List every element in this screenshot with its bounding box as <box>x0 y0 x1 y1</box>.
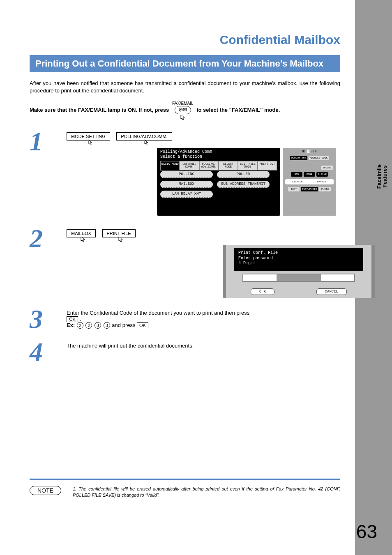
tab-edit-file-mode[interactable]: EDIT FILE MODE <box>238 161 257 170</box>
note-text: 1. The confidential file will be erased … <box>73 486 340 498</box>
tab-select-mode[interactable]: SELECT MODE <box>219 161 238 170</box>
step-number-2: 2 <box>30 227 67 298</box>
text-button[interactable]: TEXT <box>288 187 300 191</box>
mailbox-button[interactable]: MAILBOX <box>67 229 96 237</box>
page-bar-title: Printing Out a Confidential Document fro… <box>30 55 340 72</box>
digit-3a[interactable]: 3 <box>95 322 101 329</box>
polling-adv-panel: Polling/Advanced Comm Select a function … <box>157 148 338 218</box>
panel2-ok-button[interactable]: O K <box>251 288 274 295</box>
panel2-cancel-button[interactable]: CANCEL <box>316 288 347 295</box>
and-press-text: and press <box>112 322 137 328</box>
modeline-post: to select the "FAX/EMAIL" mode. <box>196 107 280 113</box>
panel1-title2: Select a function <box>160 154 277 159</box>
textphoto-button[interactable]: TEXT/PHOTO <box>301 187 318 191</box>
tab-basic-menu[interactable]: BASIC MENU <box>160 161 180 170</box>
polling-advcomm-button[interactable]: POLLING/ADV.COMM. <box>116 132 172 140</box>
faxemail-small-label: FAX/EMAIL <box>172 101 194 106</box>
step3-text-a: Enter the Confidential Code of the docum… <box>67 310 249 316</box>
ok-key-2[interactable]: OK <box>137 322 148 328</box>
fax-email-button[interactable] <box>175 106 191 114</box>
fine-button[interactable]: FINE <box>304 172 315 177</box>
step-number-4: 4 <box>30 340 67 364</box>
sfine-button[interactable]: S-FINE <box>316 172 328 177</box>
tab-print-out[interactable]: PRINT OUT <box>258 161 277 170</box>
right-settings-panel: ⊞ 📄 ◁━▷ MEMORY XMT ADDRESS BOOK 600dpi <box>283 148 336 216</box>
print-conf-file-panel: Print Conf. File Enter password 4 Digit … <box>223 245 375 298</box>
softkey-polling[interactable]: POLLING <box>160 171 213 178</box>
panel2-l2: Enter password <box>238 256 359 261</box>
mode-instruction: Make sure that the FAX/EMAIL lamp is ON.… <box>30 100 340 121</box>
modeline-pre: Make sure that the FAX/EMAIL lamp is ON.… <box>30 107 169 113</box>
side-tab: Facsimile Features <box>376 164 388 189</box>
panel1-title1: Polling/Advanced Comm <box>160 150 277 154</box>
softkey-polled[interactable]: POLLED <box>217 171 270 178</box>
digit-2a[interactable]: 2 <box>77 322 83 329</box>
mode-setting-button[interactable]: MODE SETTING <box>67 132 110 140</box>
ok-key-1[interactable]: OK <box>67 316 78 322</box>
step-number-1: 1 <box>30 130 67 218</box>
address-book-button[interactable]: ADDRESS BOOK <box>309 156 329 160</box>
panel2-l1: Print Conf. File <box>238 251 359 256</box>
tab-polling-advcomm[interactable]: POLLING/ ADV.COMM. <box>199 161 219 170</box>
password-field[interactable] <box>242 274 355 282</box>
softkey-mailbox[interactable]: MAILBOX <box>160 181 213 188</box>
page-number: 63 <box>356 520 377 543</box>
std-button[interactable]: STD <box>291 172 302 177</box>
print-file-button[interactable]: PRINT FILE <box>102 229 136 237</box>
tab-deferred-comm[interactable]: DEFERRED COMM. <box>180 161 199 170</box>
panel2-l3: 4 Digit <box>238 261 359 266</box>
ex-label: Ex: <box>67 322 75 328</box>
digit-3b[interactable]: 3 <box>104 322 110 329</box>
softkey-lan-relay-xmt[interactable]: LAN RELAY XMT <box>160 191 213 198</box>
step4-text: The machine will print out the confident… <box>67 343 194 349</box>
softkey-sub-address-transmit[interactable]: SUB ADDRESS TRANSMIT <box>217 181 270 188</box>
section-title: Confidential Mailbox <box>30 33 340 47</box>
note-label: NOTE <box>30 486 61 495</box>
photo-button[interactable]: PHOTO <box>319 187 331 191</box>
digit-2b[interactable]: 2 <box>85 322 92 329</box>
resolution-indicator[interactable]: 600dpi <box>321 166 333 170</box>
lighter-label[interactable]: LIGHTER <box>285 179 309 184</box>
memory-xmt-button[interactable]: MEMORY XMT <box>290 156 307 160</box>
intro-text: After you have been notified that someon… <box>30 80 340 94</box>
note-separator <box>30 479 340 480</box>
step-number-3: 3 <box>30 307 67 331</box>
darker-label[interactable]: DARKER <box>309 179 334 184</box>
